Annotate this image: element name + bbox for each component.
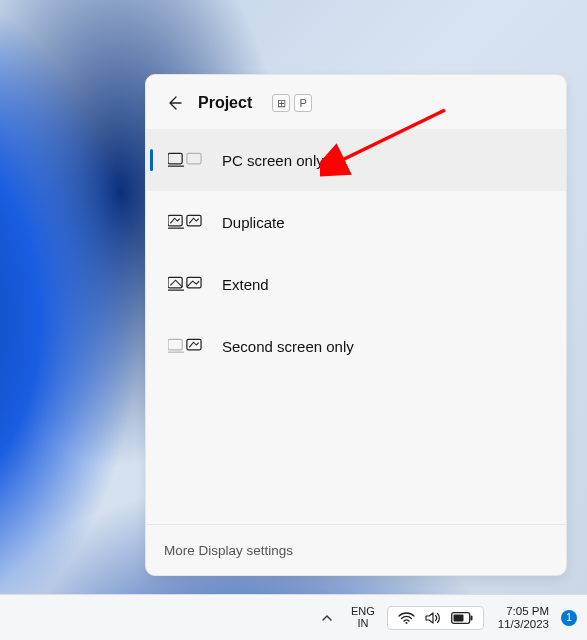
shortcut-hint: ⊞ P [272, 94, 312, 112]
duplicate-icon [168, 213, 202, 231]
extend-icon [168, 275, 202, 293]
svg-rect-11 [187, 339, 201, 349]
more-display-settings-link[interactable]: More Display settings [164, 543, 293, 558]
language-line1: ENG [351, 606, 375, 618]
system-status-pill[interactable] [387, 606, 484, 630]
language-indicator[interactable]: ENG IN [345, 606, 381, 629]
panel-header: Project ⊞ P [146, 75, 566, 129]
svg-rect-16 [470, 615, 472, 620]
volume-icon [425, 611, 441, 625]
shortcut-key-p: P [294, 94, 312, 112]
project-panel: Project ⊞ P PC screen only [145, 74, 567, 576]
option-extend[interactable]: Extend [146, 253, 566, 315]
battery-icon [451, 612, 473, 624]
notification-badge[interactable]: 1 [561, 610, 577, 626]
wifi-icon [398, 611, 415, 625]
svg-point-13 [405, 622, 407, 624]
shortcut-key-win: ⊞ [272, 94, 290, 112]
svg-rect-2 [187, 153, 201, 163]
taskbar: ENG IN 7:05 PM 11/3/2023 1 [0, 594, 587, 640]
project-options-list: PC screen only Duplicate [146, 129, 566, 524]
clock-time: 7:05 PM [506, 605, 549, 618]
back-button[interactable] [164, 93, 184, 113]
svg-rect-9 [168, 339, 182, 349]
clock[interactable]: 7:05 PM 11/3/2023 [490, 605, 553, 630]
notification-count: 1 [566, 612, 572, 623]
option-label: PC screen only [222, 152, 324, 169]
second-screen-only-icon [168, 337, 202, 355]
panel-footer: More Display settings [146, 524, 566, 575]
svg-rect-3 [168, 215, 182, 225]
clock-date: 11/3/2023 [498, 618, 549, 631]
svg-rect-5 [187, 215, 201, 225]
option-label: Second screen only [222, 338, 354, 355]
pc-screen-only-icon [168, 151, 202, 169]
chevron-up-icon [321, 612, 333, 624]
tray-overflow-button[interactable] [315, 606, 339, 630]
option-second-screen-only[interactable]: Second screen only [146, 315, 566, 377]
option-duplicate[interactable]: Duplicate [146, 191, 566, 253]
language-line2: IN [357, 618, 368, 630]
panel-title: Project [198, 94, 252, 112]
option-label: Duplicate [222, 214, 285, 231]
svg-rect-15 [453, 614, 463, 621]
option-pc-screen-only[interactable]: PC screen only [146, 129, 566, 191]
svg-rect-0 [168, 153, 182, 163]
svg-rect-6 [168, 277, 182, 287]
arrow-left-icon [166, 95, 182, 111]
option-label: Extend [222, 276, 269, 293]
